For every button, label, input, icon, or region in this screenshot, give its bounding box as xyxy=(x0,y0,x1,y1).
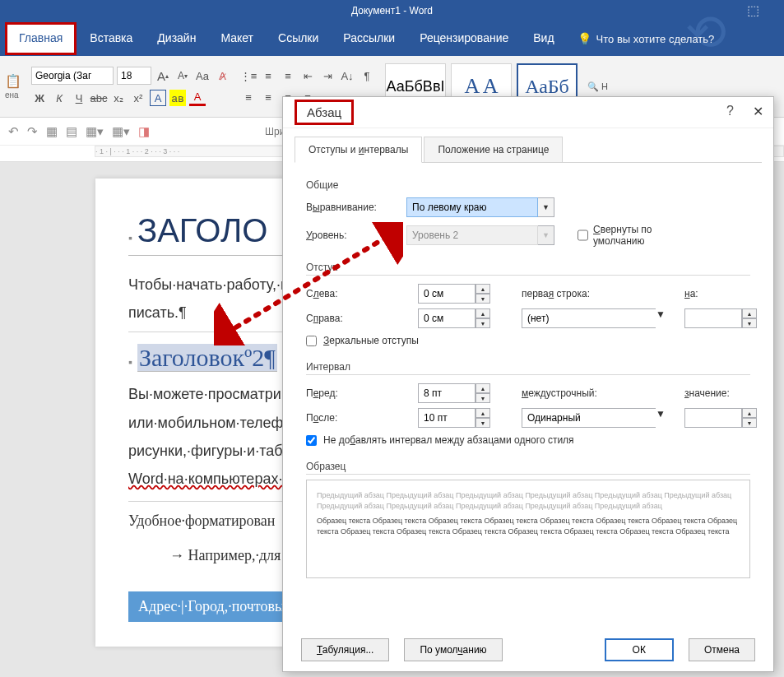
tab-references[interactable]: Ссылки xyxy=(267,25,330,53)
align-left-icon[interactable]: ≡ xyxy=(240,89,257,105)
spin-up-icon[interactable]: ▲ xyxy=(476,408,490,418)
tab-layout[interactable]: Макет xyxy=(209,25,265,53)
section-preview: Образец xyxy=(306,461,750,475)
bold-icon[interactable]: Ж xyxy=(31,90,48,106)
undo-icon[interactable]: ↶ xyxy=(8,124,19,139)
spin-down-icon[interactable]: ▼ xyxy=(476,393,490,403)
value-spinner[interactable]: ▲▼ xyxy=(684,408,750,428)
tab-home[interactable]: Главная xyxy=(5,22,77,55)
shrink-font-icon[interactable]: A▾ xyxy=(174,67,191,84)
spin-down-icon[interactable]: ▼ xyxy=(476,318,490,328)
preview-sample: Образец текста Образец текста Образец те… xyxy=(317,516,740,536)
spin-up-icon[interactable]: ▲ xyxy=(476,383,490,393)
multilevel-icon[interactable]: ≡ xyxy=(280,67,296,84)
section-indent: Отступ xyxy=(306,262,750,276)
mirror-checkbox[interactable]: Зеркальные отступы xyxy=(306,335,750,346)
spin-up-icon[interactable]: ▲ xyxy=(742,308,757,318)
tab-review[interactable]: Рецензирование xyxy=(408,25,520,53)
find-label[interactable]: Н xyxy=(601,81,608,91)
right-label: Справа: xyxy=(306,313,405,324)
chevron-down-icon[interactable]: ▼ xyxy=(538,197,554,217)
tab-view[interactable]: Вид xyxy=(522,25,565,53)
qat-icon[interactable]: ▤ xyxy=(66,124,77,139)
section-spacing: Интервал xyxy=(306,361,750,375)
after-label: После: xyxy=(306,412,405,424)
strike-icon[interactable]: abc xyxy=(90,90,107,106)
subscript-icon[interactable]: x₂ xyxy=(110,90,127,106)
section-general: Общие xyxy=(306,179,750,191)
spin-up-icon[interactable]: ▲ xyxy=(476,308,490,318)
spin-down-icon[interactable]: ▼ xyxy=(742,318,757,328)
grow-font-icon[interactable]: A▴ xyxy=(155,67,171,84)
spin-up-icon[interactable]: ▲ xyxy=(742,408,757,418)
right-spinner[interactable]: ▲▼ xyxy=(418,308,508,328)
dialog-body: Общие Выравнивание: ▼ Уровень: ▼ Свернут… xyxy=(283,163,773,587)
paste-icon[interactable]: 📋 xyxy=(5,73,21,89)
bullets-icon[interactable]: ⋮≡ xyxy=(240,67,257,84)
tab-indents[interactable]: Отступы и интервалы xyxy=(295,137,422,163)
cancel-button[interactable]: Отмена xyxy=(689,638,755,661)
pilcrow-icon[interactable]: ¶ xyxy=(359,67,375,84)
before-label: Перед: xyxy=(306,387,405,399)
level-label: Уровень: xyxy=(306,230,397,241)
tab-linebreaks[interactable]: Положение на странице xyxy=(424,137,563,162)
tell-me-label: Что вы хотите сделать? xyxy=(596,33,715,45)
heading2[interactable]: Заголовокº2¶ xyxy=(137,344,277,372)
italic-icon[interactable]: К xyxy=(51,90,67,106)
align-label: Выравнивание: xyxy=(306,202,397,213)
collapse-checkbox[interactable]: Свернуты по умолчанию xyxy=(578,224,668,247)
spin-down-icon[interactable]: ▼ xyxy=(476,418,490,428)
align-combo[interactable] xyxy=(406,197,538,217)
tab-design[interactable]: Дизайн xyxy=(146,25,207,53)
dec-indent-icon[interactable]: ⇤ xyxy=(299,67,316,84)
font-name-combo[interactable] xyxy=(31,67,114,85)
spin-down-icon[interactable]: ▼ xyxy=(742,418,757,428)
editing-group: 🔍 Н xyxy=(587,81,608,92)
qat-icon[interactable]: ▦ xyxy=(46,124,58,139)
eraser-icon[interactable]: ◨ xyxy=(138,124,150,139)
default-button[interactable]: По умолчанию xyxy=(404,638,502,661)
dialog-tabs: Отступы и интервалы Положение на страниц… xyxy=(295,137,762,163)
highlight-icon[interactable]: aʙ xyxy=(169,90,186,106)
firstline-combo[interactable]: ▼ xyxy=(522,308,653,328)
paragraph-dialog: Абзац ? ✕ Отступы и интервалы Положение … xyxy=(282,96,774,672)
tabs-button[interactable]: Табуляция... xyxy=(301,638,389,661)
level-combo xyxy=(406,225,538,245)
tell-me[interactable]: 💡Что вы хотите сделать? xyxy=(578,32,715,45)
chevron-down-icon[interactable]: ▼ xyxy=(656,308,666,328)
by-spinner[interactable]: ▲▼ xyxy=(684,308,750,328)
spin-down-icon[interactable]: ▼ xyxy=(476,294,490,304)
close-icon[interactable]: ✕ xyxy=(753,104,763,119)
spin-up-icon[interactable]: ▲ xyxy=(476,284,490,294)
qat-icon[interactable]: ▦▾ xyxy=(112,124,130,139)
clipboard-group: 📋 ена xyxy=(5,73,21,100)
help-icon[interactable]: ? xyxy=(726,104,734,118)
nospace-checkbox[interactable]: Не добавлять интервал между абзацами одн… xyxy=(306,434,750,446)
chevron-down-icon[interactable]: ▼ xyxy=(656,408,666,428)
superscript-icon[interactable]: x² xyxy=(130,90,146,106)
left-spinner[interactable]: ▲▼ xyxy=(418,284,508,304)
ribbon-tabs: ⟲ Главная Вставка Дизайн Макет Ссылки Ра… xyxy=(0,21,784,56)
tab-mailings[interactable]: Рассылки xyxy=(332,25,406,53)
after-spinner[interactable]: ▲▼ xyxy=(418,408,508,428)
before-spinner[interactable]: ▲▼ xyxy=(418,383,508,403)
preview-grey: Предыдущий абзац Предыдущий абзац Предыд… xyxy=(317,490,740,511)
change-case-icon[interactable]: Aa xyxy=(194,67,211,84)
align-center-icon[interactable]: ≡ xyxy=(260,89,276,105)
clear-format-icon[interactable]: A̷ xyxy=(214,67,230,84)
qat-icon[interactable]: ▦▾ xyxy=(86,124,104,139)
linespacing-combo[interactable]: ▼ xyxy=(522,408,653,428)
by-label: на: xyxy=(684,288,750,299)
dialog-title: Абзац xyxy=(295,100,354,125)
share-icon[interactable]: ⬚ xyxy=(747,0,759,21)
sort-icon[interactable]: A↓ xyxy=(339,67,355,84)
redo-icon[interactable]: ↷ xyxy=(27,124,38,139)
ok-button[interactable]: ОК xyxy=(605,638,674,661)
font-size-combo[interactable] xyxy=(117,67,151,85)
tab-insert[interactable]: Вставка xyxy=(78,25,144,53)
inc-indent-icon[interactable]: ⇥ xyxy=(319,67,336,84)
numbering-icon[interactable]: ≡ xyxy=(260,67,276,84)
text-effects-icon[interactable]: A xyxy=(150,90,166,106)
font-color-icon[interactable]: A xyxy=(189,90,206,106)
underline-icon[interactable]: Ч xyxy=(71,90,87,106)
